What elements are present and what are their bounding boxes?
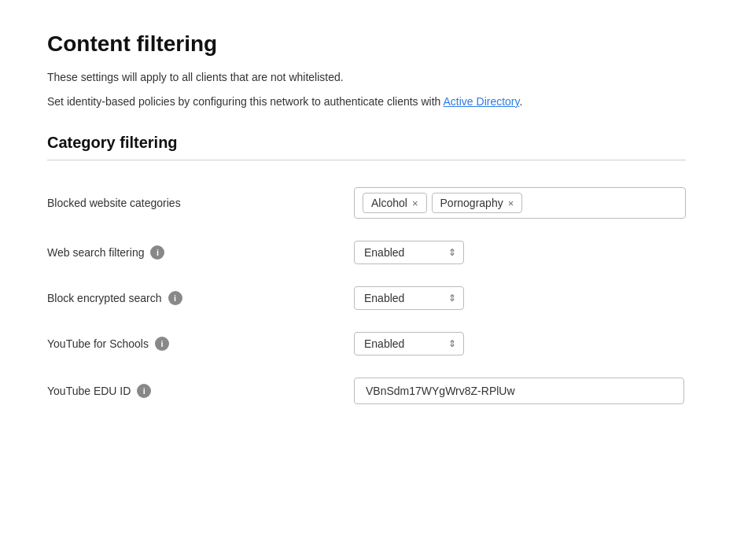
tag-pornography-text: Pornography: [440, 197, 503, 209]
tag-alcohol: Alcohol ×: [363, 193, 427, 213]
youtube-edu-id-label: YouTube EDU ID: [47, 385, 131, 397]
page-title: Content filtering: [47, 31, 686, 57]
row-block-encrypted-search: Block encrypted search i Enabled Disable…: [47, 275, 686, 321]
youtube-edu-id-input[interactable]: [354, 378, 684, 404]
tag-pornography: Pornography ×: [432, 193, 523, 213]
web-search-filtering-info-icon[interactable]: i: [150, 245, 164, 260]
youtube-for-schools-select[interactable]: Enabled Disabled: [354, 332, 464, 356]
tag-pornography-remove[interactable]: ×: [508, 198, 514, 208]
youtube-edu-id-info-icon[interactable]: i: [137, 384, 151, 398]
block-encrypted-search-select[interactable]: Enabled Disabled: [354, 286, 464, 310]
row-web-search-filtering: Web search filtering i Enabled Disabled: [47, 230, 686, 275]
youtube-for-schools-select-wrapper: Enabled Disabled: [354, 332, 464, 356]
description-2-before: Set identity-based policies by configuri…: [47, 95, 444, 108]
row-youtube-edu-id: YouTube EDU ID i: [47, 367, 686, 415]
youtube-for-schools-label: YouTube for Schools: [47, 337, 149, 350]
tag-alcohol-remove[interactable]: ×: [412, 198, 418, 208]
web-search-filtering-select-wrapper: Enabled Disabled: [354, 241, 464, 264]
description-2-after: .: [520, 95, 523, 108]
block-encrypted-search-label-group: Block encrypted search i: [47, 291, 346, 305]
youtube-for-schools-info-icon[interactable]: i: [155, 337, 169, 351]
block-encrypted-search-label: Block encrypted search: [47, 292, 162, 304]
description-1: These settings will apply to all clients…: [47, 69, 686, 86]
block-encrypted-search-info-icon[interactable]: i: [168, 291, 182, 305]
youtube-for-schools-label-group: YouTube for Schools i: [47, 337, 346, 351]
settings-table: Blocked website categories Alcohol × Por…: [47, 176, 686, 415]
row-youtube-for-schools: YouTube for Schools i Enabled Disabled: [47, 321, 686, 367]
web-search-filtering-label-group: Web search filtering i: [47, 245, 346, 260]
blocked-categories-label: Blocked website categories: [47, 197, 181, 209]
youtube-edu-id-label-group: YouTube EDU ID i: [47, 384, 346, 398]
block-encrypted-search-select-wrapper: Enabled Disabled: [354, 286, 464, 310]
tag-alcohol-text: Alcohol: [371, 197, 407, 209]
web-search-filtering-select[interactable]: Enabled Disabled: [354, 241, 464, 264]
blocked-categories-tags: Alcohol × Pornography ×: [354, 187, 686, 219]
active-directory-link[interactable]: Active Directory: [444, 95, 520, 108]
row-blocked-categories: Blocked website categories Alcohol × Por…: [47, 176, 686, 230]
web-search-filtering-label: Web search filtering: [47, 246, 144, 259]
section-divider: [47, 160, 686, 160]
section-title: Category filtering: [47, 134, 686, 152]
description-2: Set identity-based policies by configuri…: [47, 94, 686, 110]
